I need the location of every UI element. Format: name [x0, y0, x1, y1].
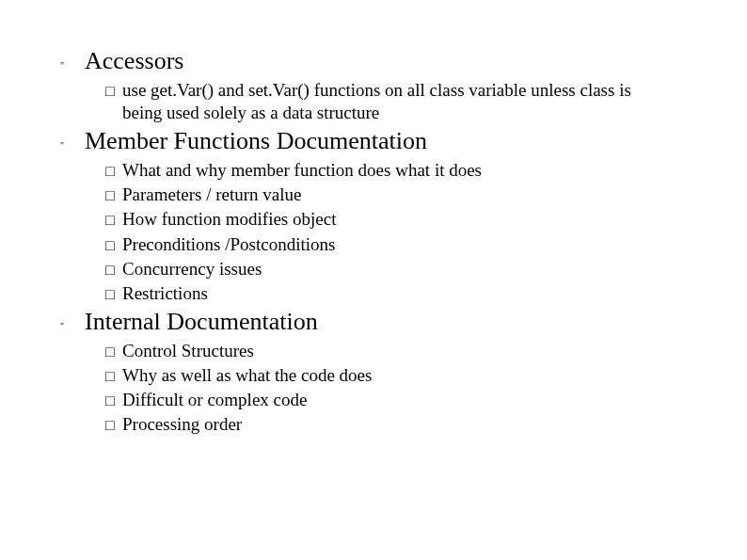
bullet-marker: " — [56, 131, 85, 151]
list-item: □Why as well as what the code does — [105, 364, 672, 387]
section-title: Accessors — [85, 47, 183, 75]
checkbox-icon: □ — [105, 82, 122, 101]
checkbox-icon: □ — [105, 392, 122, 410]
section-body: □Control Structures □Why as well as what… — [56, 340, 691, 437]
bullet-marker: " — [56, 51, 85, 71]
item-text: Restrictions — [122, 283, 208, 303]
list-item: □Processing order — [105, 413, 672, 436]
section-body: □use get.Var() and set.Var() functions o… — [56, 79, 691, 125]
item-text: Control Structures — [122, 341, 254, 360]
section-body: □What and why member function does what … — [56, 159, 691, 306]
checkbox-icon: □ — [105, 162, 122, 181]
checkbox-icon: □ — [105, 367, 122, 386]
checkbox-icon: □ — [105, 186, 122, 205]
checkbox-icon: □ — [105, 416, 122, 435]
section-member-functions: " Member Functions Documentation □What a… — [56, 127, 691, 306]
item-text: Parameters / return value — [122, 184, 301, 204]
list-item: □Preconditions /Postconditions — [105, 233, 672, 256]
section-header: " Accessors — [56, 47, 691, 75]
checkbox-icon: □ — [105, 261, 122, 280]
section-title: Internal Documentation — [85, 308, 318, 336]
checkbox-icon: □ — [105, 236, 122, 255]
bullet-marker: " — [56, 312, 85, 331]
list-item: □Control Structures — [105, 340, 672, 362]
item-text: Concurrency issues — [122, 259, 262, 279]
checkbox-icon: □ — [105, 211, 122, 230]
list-item: □use get.Var() and set.Var() functions o… — [105, 79, 672, 125]
item-text: use get.Var() and set.Var() functions on… — [122, 80, 631, 122]
list-item: □What and why member function does what … — [105, 159, 672, 182]
checkbox-icon: □ — [105, 343, 122, 361]
item-text: Processing order — [122, 414, 242, 434]
section-internal-documentation: " Internal Documentation □Control Struct… — [56, 308, 691, 437]
item-text: Difficult or complex code — [122, 390, 307, 409]
checkbox-icon: □ — [105, 285, 122, 304]
list-item: □Parameters / return value — [105, 184, 672, 206]
item-text: What and why member function does what i… — [122, 160, 482, 180]
list-item: □How function modifies object — [105, 208, 672, 231]
list-item: □Difficult or complex code — [105, 389, 672, 411]
section-header: " Member Functions Documentation — [56, 127, 691, 155]
section-title: Member Functions Documentation — [85, 127, 427, 155]
item-text: How function modifies object — [122, 209, 336, 229]
list-item: □Concurrency issues — [105, 258, 672, 280]
item-text: Preconditions /Postconditions — [122, 234, 335, 254]
list-item: □Restrictions — [105, 282, 672, 305]
item-text: Why as well as what the code does — [122, 365, 372, 385]
section-accessors: " Accessors □use get.Var() and set.Var()… — [56, 47, 691, 125]
section-header: " Internal Documentation — [56, 308, 691, 336]
